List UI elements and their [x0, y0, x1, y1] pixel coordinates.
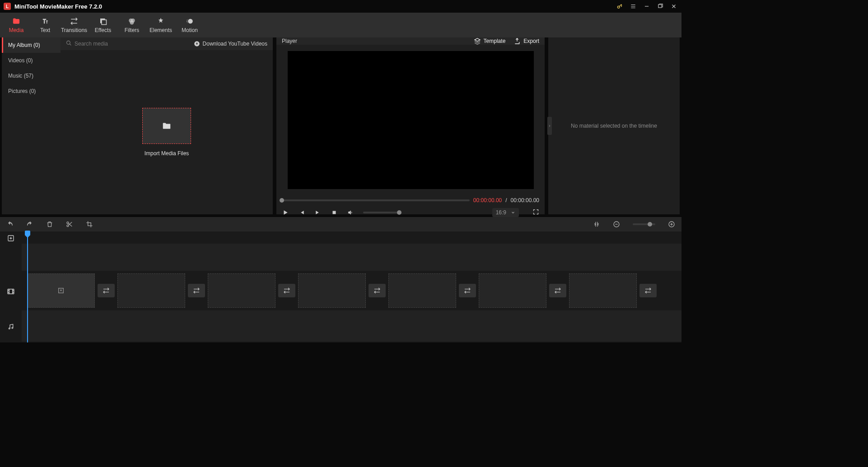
svg-rect-3 [102, 20, 107, 25]
tab-media[interactable]: Media [2, 13, 31, 37]
time-ruler[interactable] [22, 231, 681, 243]
svg-rect-1 [658, 5, 662, 8]
fit-button[interactable] [593, 221, 600, 228]
tab-label: Transitions [61, 27, 87, 33]
crop-button[interactable] [86, 221, 93, 228]
import-media-button[interactable] [142, 108, 191, 144]
time-current: 00:00:00.00 [473, 197, 502, 203]
svg-point-6 [130, 20, 134, 24]
text-track[interactable] [22, 243, 681, 271]
zoom-out-button[interactable] [613, 221, 620, 228]
sidebar-item-label: My Album (0) [8, 42, 40, 48]
tab-text[interactable]: Text [31, 13, 60, 37]
seek-slider[interactable] [282, 199, 470, 201]
svg-rect-10 [333, 211, 336, 214]
button-label: Export [523, 38, 539, 44]
next-frame-button[interactable] [314, 209, 322, 216]
stop-button[interactable] [331, 209, 338, 216]
player-title: Player [282, 38, 466, 44]
fullscreen-button[interactable] [532, 208, 539, 217]
transition-slot[interactable] [459, 284, 476, 297]
minimize-icon[interactable] [643, 2, 651, 10]
volume-slider[interactable] [363, 212, 399, 213]
chevron-down-icon [511, 210, 515, 215]
prev-frame-button[interactable] [298, 209, 305, 216]
clip-slot[interactable] [208, 273, 275, 308]
clip-slot[interactable] [117, 273, 185, 308]
tab-elements[interactable]: Elements [146, 13, 175, 37]
top-tabs: Media Text Transitions Effects Filters E… [0, 13, 681, 37]
volume-button[interactable] [347, 209, 354, 216]
transition-slot[interactable] [98, 284, 115, 297]
transition-slot[interactable] [278, 284, 295, 297]
template-button[interactable]: Template [474, 37, 506, 45]
sidebar-item-label: Videos (0) [8, 57, 33, 64]
svg-rect-16 [8, 289, 14, 294]
add-track-button[interactable] [0, 231, 22, 245]
sidebar-item-music[interactable]: Music (57) [2, 68, 61, 83]
tab-label: Effects [95, 27, 111, 33]
playhead[interactable] [27, 231, 28, 342]
clip-slot[interactable] [569, 273, 637, 308]
delete-button[interactable] [46, 221, 53, 228]
tab-label: Elements [149, 27, 172, 33]
folder-icon [161, 121, 173, 131]
sidebar-item-my-album[interactable]: My Album (0) [2, 37, 61, 53]
download-youtube-link[interactable]: Download YouTube Videos [194, 41, 267, 47]
media-panel: My Album (0) Videos (0) Music (57) Pictu… [2, 37, 273, 214]
button-label: Template [484, 38, 506, 44]
player-panel: Player Template Export 00:00:00.00 / 00:… [276, 37, 545, 214]
tab-transitions[interactable]: Transitions [60, 13, 89, 37]
titlebar: MiniTool MovieMaker Free 7.2.0 [0, 0, 681, 13]
clip-slot[interactable] [27, 273, 95, 308]
tab-label: Media [9, 27, 24, 33]
audio-track-icon [0, 311, 22, 342]
transition-slot[interactable] [549, 284, 566, 297]
play-button[interactable] [282, 209, 289, 216]
link-label: Download YouTube Videos [203, 41, 267, 47]
close-icon[interactable] [670, 2, 678, 10]
transition-slot[interactable] [369, 284, 386, 297]
license-key-icon[interactable] [616, 2, 624, 10]
search-icon [66, 40, 72, 47]
clip-slot[interactable] [479, 273, 546, 308]
media-sidebar: My Album (0) Videos (0) Music (57) Pictu… [2, 37, 61, 214]
audio-track[interactable] [22, 310, 681, 342]
clip-slot[interactable] [298, 273, 366, 308]
panel-collapse-handle[interactable] [547, 117, 552, 135]
sidebar-item-videos[interactable]: Videos (0) [2, 53, 61, 68]
properties-panel: No material selected on the timeline [548, 37, 680, 214]
aspect-ratio-select[interactable]: 16:9 [492, 208, 519, 217]
menu-icon[interactable] [629, 2, 637, 10]
sidebar-item-label: Pictures (0) [8, 88, 36, 94]
zoom-slider[interactable] [633, 223, 655, 225]
svg-point-7 [188, 18, 193, 23]
svg-point-17 [9, 328, 10, 329]
time-sep: / [505, 197, 507, 203]
tab-effects[interactable]: Effects [89, 13, 117, 37]
video-track[interactable] [22, 271, 681, 310]
tab-label: Motion [182, 27, 198, 33]
clip-slot[interactable] [388, 273, 456, 308]
transition-slot[interactable] [639, 284, 657, 297]
time-total: 00:00:00.00 [511, 197, 539, 203]
redo-button[interactable] [26, 221, 33, 228]
sidebar-item-label: Music (57) [8, 73, 33, 79]
app-logo [4, 3, 11, 10]
zoom-in-button[interactable] [668, 221, 675, 228]
tab-filters[interactable]: Filters [117, 13, 146, 37]
export-button[interactable]: Export [513, 37, 539, 45]
video-track-icon [0, 272, 22, 311]
timeline [0, 231, 681, 342]
empty-state-text: No material selected on the timeline [571, 123, 657, 129]
search-input[interactable] [75, 41, 194, 47]
sidebar-item-pictures[interactable]: Pictures (0) [2, 83, 61, 99]
tab-label: Text [40, 27, 50, 33]
import-label: Import Media Files [145, 150, 189, 157]
app-title: MiniTool MovieMaker Free 7.2.0 [14, 3, 616, 10]
tab-motion[interactable]: Motion [175, 13, 204, 37]
maximize-icon[interactable] [656, 2, 664, 10]
undo-button[interactable] [6, 221, 14, 228]
split-button[interactable] [66, 221, 73, 228]
transition-slot[interactable] [188, 284, 205, 297]
